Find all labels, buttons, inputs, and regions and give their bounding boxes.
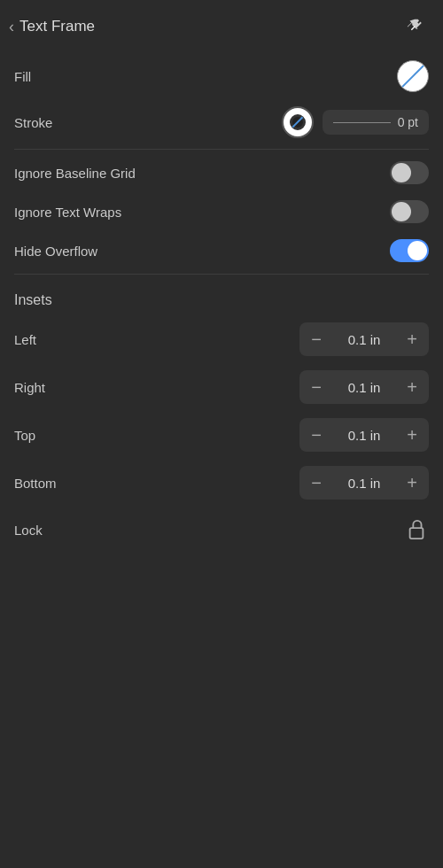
inset-bottom-row: Bottom − 0.1 in + (0, 459, 443, 507)
inset-bottom-increment[interactable]: + (395, 466, 429, 500)
ignore-baseline-toggle[interactable] (390, 161, 429, 184)
ignore-text-wraps-row: Ignore Text Wraps (0, 192, 443, 231)
hide-overflow-toggle[interactable] (390, 239, 429, 262)
ignore-baseline-knob (392, 163, 411, 182)
divider-2 (14, 274, 429, 275)
inset-left-label: Left (14, 332, 299, 347)
ignore-text-wraps-label: Ignore Text Wraps (14, 205, 390, 220)
lock-icon (407, 519, 426, 540)
stroke-label: Stroke (14, 115, 282, 130)
insets-title: Insets (0, 278, 443, 315)
fill-color-picker[interactable] (397, 60, 429, 92)
fill-control (397, 60, 429, 92)
stroke-value: 0 pt (398, 115, 418, 129)
inset-top-row: Top − 0.1 in + (0, 411, 443, 459)
stroke-width-input[interactable]: 0 pt (323, 110, 429, 135)
stroke-inner (290, 114, 306, 130)
lock-label: Lock (14, 523, 404, 538)
stroke-row: Stroke 0 pt (0, 99, 443, 145)
inset-bottom-label: Bottom (14, 476, 299, 491)
inset-bottom-value: 0.1 in (333, 476, 395, 491)
inset-bottom-control: − 0.1 in + (299, 466, 429, 500)
inset-right-decrement[interactable]: − (299, 370, 333, 404)
inset-top-label: Top (14, 428, 299, 443)
header-left: ‹ Text Frame (9, 18, 95, 36)
inset-top-decrement[interactable]: − (299, 418, 333, 452)
inset-left-row: Left − 0.1 in + (0, 315, 443, 363)
fill-row: Fill (0, 53, 443, 99)
lock-button[interactable] (404, 517, 429, 542)
fill-label: Fill (14, 69, 397, 84)
stroke-line-preview (333, 122, 391, 123)
stroke-control: 0 pt (282, 106, 429, 138)
inset-top-increment[interactable]: + (395, 418, 429, 452)
stroke-color-picker[interactable] (282, 106, 314, 138)
inset-right-label: Right (14, 380, 299, 395)
pin-button[interactable] (400, 12, 429, 41)
ignore-text-wraps-knob (392, 202, 411, 221)
ignore-baseline-row: Ignore Baseline Grid (0, 153, 443, 192)
hide-overflow-label: Hide Overflow (14, 244, 390, 259)
inset-right-increment[interactable]: + (395, 370, 429, 404)
inset-bottom-decrement[interactable]: − (299, 466, 333, 500)
inset-right-row: Right − 0.1 in + (0, 363, 443, 411)
svg-rect-1 (410, 528, 424, 539)
pin-icon (405, 17, 424, 36)
divider-1 (14, 149, 429, 150)
inset-left-decrement[interactable]: − (299, 322, 333, 356)
ignore-text-wraps-toggle[interactable] (390, 200, 429, 223)
inset-left-increment[interactable]: + (395, 322, 429, 356)
ignore-baseline-label: Ignore Baseline Grid (14, 166, 390, 181)
lock-row: Lock (0, 507, 443, 553)
hide-overflow-row: Hide Overflow (0, 231, 443, 270)
panel-title: Text Frame (19, 18, 95, 35)
svg-line-0 (411, 27, 415, 30)
inset-left-value: 0.1 in (333, 332, 395, 347)
inset-top-value: 0.1 in (333, 428, 395, 443)
inset-right-value: 0.1 in (333, 380, 395, 395)
inset-right-control: − 0.1 in + (299, 370, 429, 404)
inset-left-control: − 0.1 in + (299, 322, 429, 356)
inset-top-control: − 0.1 in + (299, 418, 429, 452)
header: ‹ Text Frame (0, 0, 443, 53)
hide-overflow-knob (408, 241, 427, 260)
back-button[interactable]: ‹ (9, 18, 14, 36)
